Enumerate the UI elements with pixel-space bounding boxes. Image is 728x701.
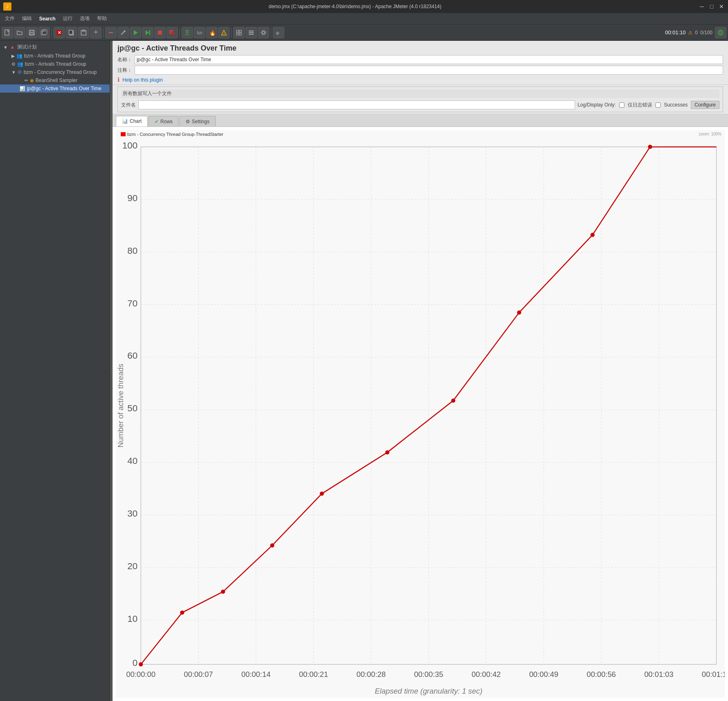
svg-rect-40: [116, 130, 725, 698]
panel-header: jp@gc - Active Threads Over Time 名称： 注释：…: [113, 41, 728, 85]
plus-button[interactable]: +: [90, 27, 102, 38]
svg-point-93: [385, 450, 389, 454]
svg-rect-29: [237, 33, 239, 35]
successes-checkbox[interactable]: [655, 102, 661, 108]
warning-count: 0: [695, 30, 698, 35]
file-name-input[interactable]: [138, 100, 575, 109]
comment-row: 注释：: [117, 66, 723, 75]
svg-rect-21: [171, 31, 175, 35]
maximize-button[interactable]: □: [708, 3, 715, 10]
save-button[interactable]: [26, 27, 38, 38]
configure-button[interactable]: Configure: [691, 101, 719, 109]
copy-button[interactable]: [66, 27, 77, 38]
tree-expand-icon: ▼: [3, 45, 8, 50]
open-button[interactable]: [14, 27, 25, 38]
play-no-pause-button[interactable]: [142, 27, 153, 38]
svg-text:Number of active threads: Number of active threads: [116, 364, 125, 447]
settings-tab-label: Settings: [192, 119, 209, 124]
tree-item-test-plan[interactable]: ▼ 🔺 测试计划: [0, 42, 110, 52]
toolbar-sep-2: [103, 28, 104, 38]
status-area: 00:01:10 ⚠ 0 0/100: [665, 27, 726, 38]
tree-expand-icon: ▼: [11, 70, 16, 75]
remote-connect-button[interactable]: [715, 27, 726, 38]
tab-chart[interactable]: 📊 Chart: [116, 116, 148, 126]
menu-edit[interactable]: 编辑: [19, 14, 35, 23]
errors-only-checkbox[interactable]: [619, 102, 624, 108]
arrivals-icon-2: 👥: [17, 61, 23, 67]
wand-button[interactable]: [117, 27, 129, 38]
svg-point-89: [180, 610, 184, 614]
errors-only-label: 仅日志错误: [628, 102, 652, 109]
new-button[interactable]: [2, 27, 13, 38]
svg-rect-32: [249, 32, 254, 33]
svg-text:70: 70: [127, 298, 137, 308]
svg-point-96: [591, 233, 595, 237]
svg-rect-28: [239, 30, 241, 32]
tree-item-active-threads[interactable]: 📊 jp@gc - Active Threads Over Time: [0, 84, 110, 93]
file-section: 所有数据写入一个文件 文件名 浏览 Log/Display Only: 仅日志错…: [113, 85, 728, 114]
chart-legend: bzm - Concurrency Thread Group-ThreadSta…: [121, 132, 223, 137]
tab-rows[interactable]: ✔ Rows: [148, 116, 179, 126]
grid-button[interactable]: [233, 27, 245, 38]
help-icon: ℹ: [117, 76, 119, 83]
window-controls: ─ □ ✕: [699, 3, 725, 10]
chart-area: bzm - Concurrency Thread Group-ThreadSta…: [113, 127, 728, 701]
menu-search[interactable]: Search: [36, 15, 59, 22]
error-button[interactable]: ✕: [53, 27, 65, 38]
svg-text:10: 10: [127, 614, 137, 624]
menu-run[interactable]: 运行: [60, 14, 76, 23]
arrivals-icon: 👥: [16, 53, 22, 59]
svg-point-92: [320, 492, 324, 496]
toolbar-sep-5: [271, 28, 271, 38]
name-input[interactable]: [135, 55, 723, 64]
tree-item-arrivals-2[interactable]: ⚙ 👥 bzm - Arrivals Thread Group: [0, 60, 110, 68]
svg-text:✕: ✕: [58, 30, 61, 35]
svg-rect-0: [5, 30, 9, 35]
tree-item-arrivals-1[interactable]: ▶ 👥 bzm - Arrivals Thread Group: [0, 52, 110, 60]
tree-item-label: 测试计划: [17, 44, 37, 51]
svg-marker-17: [146, 30, 149, 35]
remote-all-button[interactable]: bzm: [194, 27, 205, 38]
svg-text:00:01:10: 00:01:10: [702, 670, 725, 679]
menu-file[interactable]: 文件: [2, 14, 18, 23]
expand-button[interactable]: [105, 27, 117, 38]
gear2-button[interactable]: [258, 27, 269, 38]
stop-button[interactable]: [154, 27, 166, 38]
play-button[interactable]: [130, 27, 141, 38]
close-button[interactable]: ✕: [718, 3, 725, 10]
tab-settings[interactable]: ⚙ Settings: [179, 116, 215, 126]
stop-all-button[interactable]: [166, 27, 178, 38]
flame-button[interactable]: 🔥: [206, 27, 217, 38]
svg-point-22: [186, 30, 188, 33]
list-button[interactable]: [246, 27, 257, 38]
window-title: demo.jmx (C:\apache-jmeter-4.0\bin\demo.…: [11, 4, 699, 9]
toolbar-sep-3: [179, 28, 180, 38]
svg-point-90: [221, 590, 225, 594]
menu-options[interactable]: 选项: [77, 14, 93, 23]
svg-text:90: 90: [127, 193, 137, 203]
comment-input[interactable]: [135, 66, 723, 75]
svg-line-14: [121, 31, 124, 35]
svg-text:🔥: 🔥: [209, 29, 215, 36]
rows-tab-label: Rows: [160, 119, 173, 124]
clear-button[interactable]: !: [218, 27, 230, 38]
tree-item-beanshell[interactable]: ✏ ◉ BeanShell Sampler: [0, 76, 110, 84]
svg-text:Elapsed time (granularity: 1 s: Elapsed time (granularity: 1 sec): [375, 687, 482, 695]
svg-text:00:01:03: 00:01:03: [644, 670, 674, 679]
paste-button[interactable]: [78, 27, 89, 38]
svg-text:100: 100: [122, 140, 138, 151]
remote-button[interactable]: [181, 27, 193, 38]
toolbar-sep-4: [231, 28, 232, 38]
help-row: ℹ Help on this plugin: [117, 76, 723, 83]
help-link[interactable]: Help on this plugin: [122, 77, 163, 83]
svg-text:00:00:49: 00:00:49: [529, 670, 558, 679]
log-display-label: Log/Display Only:: [578, 102, 616, 108]
svg-text:40: 40: [127, 456, 137, 466]
save-all-button[interactable]: [38, 27, 50, 38]
zoom-info: zoom: 100%: [699, 132, 721, 136]
menu-help[interactable]: 帮助: [94, 14, 110, 23]
remote-monitor-button[interactable]: ⊕: [273, 27, 284, 38]
minimize-button[interactable]: ─: [699, 3, 705, 10]
tree-item-concurrency[interactable]: ▼ ⚙ bzm - Concurrency Thread Group: [0, 68, 110, 76]
svg-point-91: [270, 543, 274, 548]
